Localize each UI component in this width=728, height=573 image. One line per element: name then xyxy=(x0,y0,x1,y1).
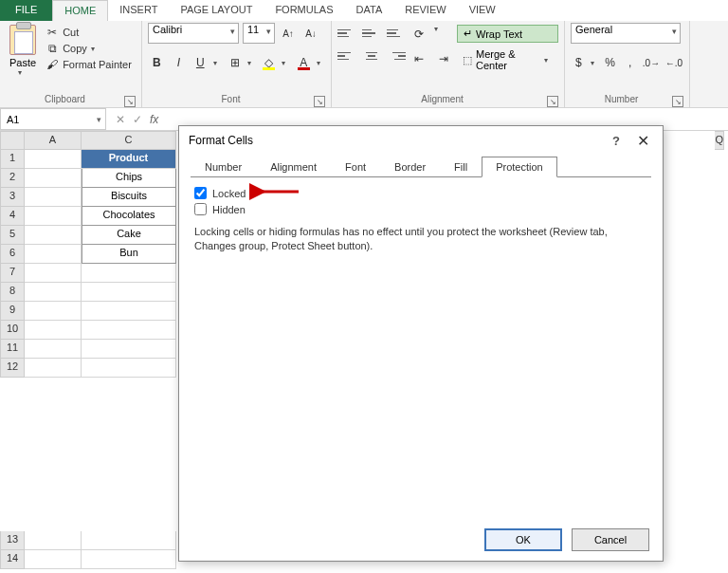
tab-view[interactable]: VIEW xyxy=(458,0,507,21)
tab-formulas[interactable]: FORMULAS xyxy=(264,0,344,21)
tab-insert[interactable]: INSERT xyxy=(108,0,169,21)
cell[interactable] xyxy=(82,302,176,321)
number-format-select[interactable]: General xyxy=(571,23,681,44)
wrap-text-button[interactable]: ↵Wrap Text xyxy=(457,25,558,43)
locked-checkbox[interactable] xyxy=(194,187,207,199)
tab-home[interactable]: HOME xyxy=(52,0,108,21)
dtab-protection[interactable]: Protection xyxy=(482,157,557,177)
cell[interactable] xyxy=(82,321,176,340)
paste-button[interactable]: Paste ▾ xyxy=(6,23,40,92)
cell[interactable]: Product xyxy=(82,150,176,169)
dtab-font[interactable]: Font xyxy=(331,157,380,177)
col-header-q[interactable]: Q xyxy=(715,131,724,150)
cancel-button[interactable]: Cancel xyxy=(572,528,649,551)
row-header[interactable]: 10 xyxy=(0,321,25,340)
select-all-corner[interactable] xyxy=(0,131,25,150)
cell[interactable] xyxy=(82,340,176,359)
row-header[interactable]: 6 xyxy=(0,245,25,264)
cell[interactable] xyxy=(25,226,82,245)
copy-button[interactable]: ⧉Copy▾ xyxy=(44,41,134,56)
cell[interactable] xyxy=(25,321,82,340)
cell[interactable] xyxy=(82,550,176,569)
tab-review[interactable]: REVIEW xyxy=(393,0,457,21)
cell[interactable] xyxy=(25,550,82,569)
fill-color-button[interactable]: ◇ xyxy=(260,53,278,72)
underline-button[interactable]: U xyxy=(191,53,209,72)
hidden-checkbox-row[interactable]: Hidden xyxy=(194,203,651,215)
decrease-font-button[interactable]: A↓ xyxy=(301,24,320,43)
ok-button[interactable]: OK xyxy=(484,528,562,551)
comma-button[interactable]: , xyxy=(622,53,638,72)
orientation-button[interactable]: ⟳ xyxy=(410,25,428,44)
row-header[interactable]: 9 xyxy=(0,302,25,321)
dialog-help-button[interactable]: ? xyxy=(612,134,620,148)
col-header-c[interactable]: C xyxy=(82,131,176,150)
increase-indent-button[interactable]: ⇥ xyxy=(434,49,453,68)
cell[interactable] xyxy=(82,359,176,378)
row-header[interactable]: 3 xyxy=(0,188,25,207)
cell[interactable] xyxy=(25,150,82,169)
alignment-launcher[interactable]: ↘ xyxy=(547,96,558,107)
merge-center-button[interactable]: ⬚Merge & Center▾ xyxy=(457,46,558,73)
paste-dropdown[interactable]: ▾ xyxy=(18,68,27,77)
row-header[interactable]: 4 xyxy=(0,207,25,226)
cell[interactable] xyxy=(25,359,82,378)
cell[interactable]: Chips xyxy=(82,169,176,188)
row-header[interactable]: 1 xyxy=(0,150,25,169)
font-size-select[interactable]: 11 xyxy=(243,23,275,44)
cut-button[interactable]: ✂Cut xyxy=(44,25,134,40)
cell[interactable] xyxy=(25,188,82,207)
cell[interactable]: Bun xyxy=(82,245,176,264)
bold-button[interactable]: B xyxy=(148,53,166,72)
cell[interactable] xyxy=(82,283,176,302)
cell[interactable]: Cake xyxy=(82,226,176,245)
cell[interactable] xyxy=(82,264,176,283)
row-header[interactable]: 11 xyxy=(0,340,25,359)
dtab-fill[interactable]: Fill xyxy=(440,157,482,177)
increase-font-button[interactable]: A↑ xyxy=(279,24,298,43)
number-launcher[interactable]: ↘ xyxy=(672,96,683,107)
cell[interactable] xyxy=(25,169,82,188)
cancel-entry-icon[interactable]: ✕ xyxy=(116,113,125,126)
align-right-button[interactable] xyxy=(387,47,406,65)
tab-file[interactable]: FILE xyxy=(0,0,52,21)
cell[interactable] xyxy=(25,531,82,550)
tab-data[interactable]: DATA xyxy=(345,0,394,21)
confirm-entry-icon[interactable]: ✓ xyxy=(133,113,142,126)
cell[interactable] xyxy=(82,531,176,550)
align-center-button[interactable] xyxy=(362,47,381,65)
align-bottom-button[interactable] xyxy=(387,25,406,42)
align-left-button[interactable] xyxy=(337,47,356,65)
row-header[interactable]: 13 xyxy=(0,531,25,550)
row-header[interactable]: 14 xyxy=(0,550,25,569)
clipboard-launcher[interactable]: ↘ xyxy=(124,96,136,107)
row-header[interactable]: 8 xyxy=(0,283,25,302)
italic-button[interactable]: I xyxy=(170,53,188,72)
decrease-decimal-button[interactable]: ←.0 xyxy=(664,53,683,72)
name-box[interactable]: A1 xyxy=(0,108,106,130)
cell[interactable] xyxy=(25,264,82,283)
format-painter-button[interactable]: 🖌Format Painter xyxy=(44,57,134,72)
dtab-number[interactable]: Number xyxy=(191,157,256,177)
cell[interactable] xyxy=(25,340,82,359)
dtab-border[interactable]: Border xyxy=(380,157,440,177)
dtab-alignment[interactable]: Alignment xyxy=(256,157,331,177)
percent-button[interactable]: % xyxy=(602,53,618,72)
row-header[interactable]: 12 xyxy=(0,359,25,378)
currency-button[interactable]: $ xyxy=(571,53,587,72)
col-header-a[interactable]: A xyxy=(25,131,82,150)
row-header[interactable]: 2 xyxy=(0,169,25,188)
fx-icon[interactable]: fx xyxy=(150,113,158,126)
align-top-button[interactable] xyxy=(337,25,356,42)
decrease-indent-button[interactable]: ⇤ xyxy=(410,49,428,68)
border-button[interactable]: ⊞ xyxy=(226,53,244,72)
row-header[interactable]: 7 xyxy=(0,264,25,283)
align-middle-button[interactable] xyxy=(362,25,381,42)
font-color-button[interactable]: A xyxy=(295,53,313,72)
hidden-checkbox[interactable] xyxy=(194,203,207,215)
tab-pagelayout[interactable]: PAGE LAYOUT xyxy=(169,0,264,21)
font-launcher[interactable]: ↘ xyxy=(314,96,325,107)
cell[interactable] xyxy=(25,283,82,302)
font-name-select[interactable]: Calibri xyxy=(148,23,239,44)
dialog-close-button[interactable]: ✕ xyxy=(633,132,653,150)
